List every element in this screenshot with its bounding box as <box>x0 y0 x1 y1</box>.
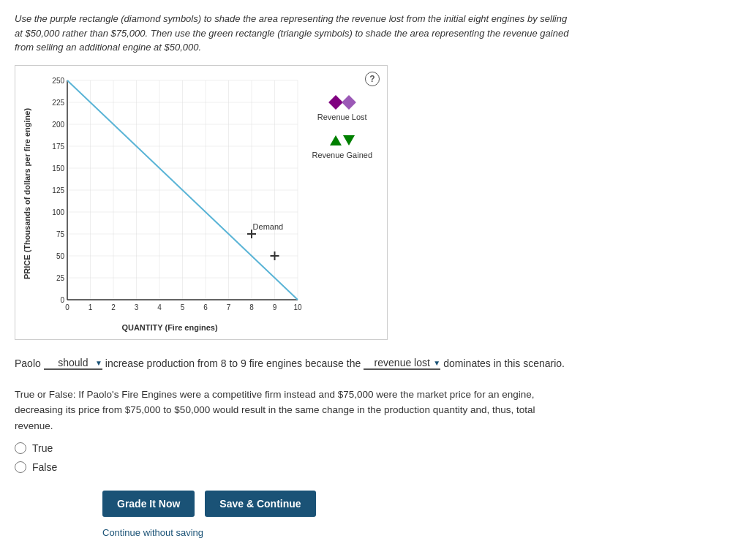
fill-sentence: Paolo should should not ▼ increase produ… <box>15 353 734 374</box>
radio-false-option[interactable]: False <box>15 461 734 473</box>
legend-revenue-gained-label: Revenue Gained <box>312 151 372 159</box>
legend-revenue-lost: Revenue Lost <box>312 95 372 121</box>
x-axis-label: QUANTITY (Fire engines) <box>34 323 305 332</box>
radio-false-label: False <box>32 461 57 473</box>
dropdown1-select[interactable]: should should not <box>44 357 102 370</box>
chart-container: ? PRICE (Thousands of dollars per fire e… <box>15 65 388 340</box>
chart-legend: Revenue Lost Revenue Gained <box>312 95 372 159</box>
save-continue-button[interactable]: Save & Continue <box>205 491 315 517</box>
chart-canvas[interactable] <box>34 73 305 322</box>
radio-false[interactable] <box>15 461 26 473</box>
sentence-end: dominates in this scenario. <box>443 353 565 374</box>
tri-up-icon <box>330 135 342 145</box>
instructions-text: Use the purple rectangle (diamond symbol… <box>15 12 571 55</box>
legend-revenue-lost-label: Revenue Lost <box>317 113 367 121</box>
grade-button[interactable]: Grade It Now <box>102 491 195 517</box>
buttons-row: Grade It Now Save & Continue Continue wi… <box>102 491 734 538</box>
tf-question: True or False: If Paolo's Fire Engines w… <box>15 387 571 434</box>
true-false-section: True or False: If Paolo's Fire Engines w… <box>15 387 734 474</box>
tri-down-icon <box>343 135 355 145</box>
radio-true[interactable] <box>15 442 26 454</box>
paolo-label: Paolo <box>15 353 41 374</box>
y-axis-label: PRICE (Thousands of dollars per fire eng… <box>23 73 31 322</box>
legend-revenue-gained: Revenue Gained <box>312 133 372 159</box>
dropdown2-wrapper[interactable]: revenue lost revenue gained demand effec… <box>364 357 440 370</box>
buttons-inner: Grade It Now Save & Continue <box>102 491 316 517</box>
dropdown1-wrapper[interactable]: should should not ▼ <box>44 357 102 370</box>
dropdown2-select[interactable]: revenue lost revenue gained demand effec… <box>364 357 440 370</box>
diamond-symbol <box>325 95 360 110</box>
sentence-middle: increase production from 8 to 9 fire eng… <box>105 353 361 374</box>
diamond-icon-2 <box>342 95 356 110</box>
triangle-symbol <box>325 133 360 148</box>
help-icon[interactable]: ? <box>365 72 380 86</box>
continue-without-saving-button[interactable]: Continue without saving <box>102 527 203 538</box>
radio-true-option[interactable]: True <box>15 442 734 454</box>
radio-true-label: True <box>32 442 53 454</box>
